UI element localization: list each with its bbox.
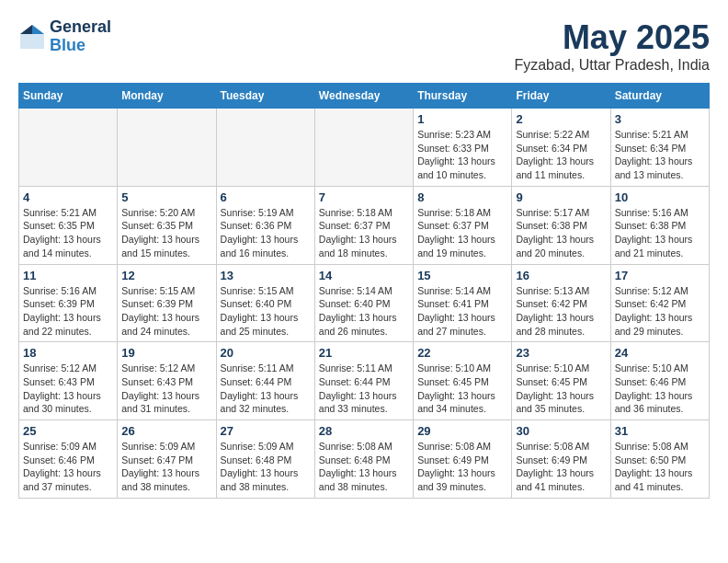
calendar-cell: 29Sunrise: 5:08 AM Sunset: 6:49 PM Dayli… [414, 420, 512, 499]
day-number: 4 [23, 190, 113, 204]
day-info: Sunrise: 5:15 AM Sunset: 6:39 PM Dayligh… [121, 284, 211, 339]
calendar-cell: 1Sunrise: 5:23 AM Sunset: 6:33 PM Daylig… [414, 109, 512, 187]
calendar-cell: 8Sunrise: 5:18 AM Sunset: 6:37 PM Daylig… [414, 186, 512, 264]
logo-blue: Blue [50, 37, 111, 55]
calendar-cell: 28Sunrise: 5:08 AM Sunset: 6:48 PM Dayli… [314, 420, 413, 499]
calendar-cell: 24Sunrise: 5:10 AM Sunset: 6:46 PM Dayli… [610, 342, 709, 420]
calendar-week-row-4: 18Sunrise: 5:12 AM Sunset: 6:43 PM Dayli… [19, 342, 710, 420]
calendar-table: Sunday Monday Tuesday Wednesday Thursday… [18, 83, 710, 499]
day-number: 16 [516, 269, 606, 282]
location-title: Fyzabad, Uttar Pradesh, India [514, 57, 710, 74]
day-number: 2 [516, 112, 606, 126]
calendar-cell: 18Sunrise: 5:12 AM Sunset: 6:43 PM Dayli… [19, 342, 118, 420]
calendar-week-row-2: 4Sunrise: 5:21 AM Sunset: 6:35 PM Daylig… [19, 186, 710, 264]
calendar-cell: 7Sunrise: 5:18 AM Sunset: 6:37 PM Daylig… [314, 186, 413, 264]
day-info: Sunrise: 5:15 AM Sunset: 6:40 PM Dayligh… [221, 284, 311, 339]
day-info: Sunrise: 5:08 AM Sunset: 6:50 PM Dayligh… [615, 440, 705, 494]
day-info: Sunrise: 5:20 AM Sunset: 6:35 PM Dayligh… [121, 206, 211, 260]
day-number: 18 [23, 346, 113, 360]
calendar-cell: 10Sunrise: 5:16 AM Sunset: 6:38 PM Dayli… [610, 186, 709, 264]
calendar-cell: 14Sunrise: 5:14 AM Sunset: 6:40 PM Dayli… [314, 264, 413, 342]
day-number: 15 [417, 269, 507, 282]
day-number: 27 [221, 424, 311, 438]
svg-marker-2 [20, 25, 32, 34]
day-number: 11 [23, 269, 113, 282]
header-thursday: Thursday [414, 84, 512, 109]
calendar-header-row: Sunday Monday Tuesday Wednesday Thursday… [19, 84, 710, 109]
page-header: General Blue May 2025 Fyzabad, Uttar Pra… [18, 18, 710, 74]
day-info: Sunrise: 5:16 AM Sunset: 6:39 PM Dayligh… [23, 284, 113, 339]
day-number: 30 [516, 424, 606, 438]
day-number: 13 [221, 269, 311, 282]
day-info: Sunrise: 5:08 AM Sunset: 6:49 PM Dayligh… [516, 440, 606, 494]
day-number: 10 [615, 190, 705, 204]
calendar-cell: 17Sunrise: 5:12 AM Sunset: 6:42 PM Dayli… [610, 264, 709, 342]
calendar-cell: 25Sunrise: 5:09 AM Sunset: 6:46 PM Dayli… [19, 420, 118, 499]
day-info: Sunrise: 5:14 AM Sunset: 6:40 PM Dayligh… [319, 284, 409, 339]
day-number: 6 [221, 190, 311, 204]
day-info: Sunrise: 5:22 AM Sunset: 6:34 PM Dayligh… [516, 128, 606, 182]
header-monday: Monday [118, 84, 216, 109]
day-number: 3 [615, 112, 705, 126]
calendar-cell: 15Sunrise: 5:14 AM Sunset: 6:41 PM Dayli… [414, 264, 512, 342]
day-info: Sunrise: 5:12 AM Sunset: 6:42 PM Dayligh… [615, 284, 705, 339]
calendar-cell: 19Sunrise: 5:12 AM Sunset: 6:43 PM Dayli… [118, 342, 216, 420]
logo: General Blue [18, 18, 111, 55]
day-number: 26 [121, 424, 211, 438]
header-sunday: Sunday [19, 84, 118, 109]
day-info: Sunrise: 5:09 AM Sunset: 6:48 PM Dayligh… [221, 440, 311, 494]
svg-marker-1 [32, 25, 44, 34]
logo-text: General Blue [50, 18, 111, 55]
day-number: 25 [23, 424, 113, 438]
day-number: 20 [221, 346, 311, 360]
day-number: 19 [121, 346, 211, 360]
title-block: May 2025 Fyzabad, Uttar Pradesh, India [514, 18, 710, 74]
day-info: Sunrise: 5:10 AM Sunset: 6:45 PM Dayligh… [516, 362, 606, 416]
day-info: Sunrise: 5:12 AM Sunset: 6:43 PM Dayligh… [23, 362, 113, 416]
calendar-cell: 23Sunrise: 5:10 AM Sunset: 6:45 PM Dayli… [512, 342, 610, 420]
header-tuesday: Tuesday [216, 84, 314, 109]
calendar-week-row-5: 25Sunrise: 5:09 AM Sunset: 6:46 PM Dayli… [19, 420, 710, 499]
day-info: Sunrise: 5:18 AM Sunset: 6:37 PM Dayligh… [319, 206, 409, 260]
logo-general: General [50, 18, 111, 37]
day-info: Sunrise: 5:09 AM Sunset: 6:47 PM Dayligh… [121, 440, 211, 494]
day-number: 17 [615, 269, 705, 282]
day-number: 21 [319, 346, 409, 360]
calendar-cell: 13Sunrise: 5:15 AM Sunset: 6:40 PM Dayli… [216, 264, 314, 342]
calendar-cell [118, 109, 216, 187]
calendar-cell: 6Sunrise: 5:19 AM Sunset: 6:36 PM Daylig… [216, 186, 314, 264]
day-info: Sunrise: 5:08 AM Sunset: 6:49 PM Dayligh… [417, 440, 507, 494]
day-info: Sunrise: 5:18 AM Sunset: 6:37 PM Dayligh… [417, 206, 507, 260]
day-info: Sunrise: 5:12 AM Sunset: 6:43 PM Dayligh… [121, 362, 211, 416]
day-number: 23 [516, 346, 606, 360]
month-title: May 2025 [514, 18, 710, 57]
calendar-cell [314, 109, 413, 187]
day-info: Sunrise: 5:11 AM Sunset: 6:44 PM Dayligh… [319, 362, 409, 416]
day-number: 7 [319, 190, 409, 204]
day-number: 5 [121, 190, 211, 204]
calendar-cell: 4Sunrise: 5:21 AM Sunset: 6:35 PM Daylig… [19, 186, 118, 264]
day-info: Sunrise: 5:13 AM Sunset: 6:42 PM Dayligh… [516, 284, 606, 339]
day-info: Sunrise: 5:14 AM Sunset: 6:41 PM Dayligh… [417, 284, 507, 339]
calendar-cell: 3Sunrise: 5:21 AM Sunset: 6:34 PM Daylig… [610, 109, 709, 187]
calendar-cell: 22Sunrise: 5:10 AM Sunset: 6:45 PM Dayli… [414, 342, 512, 420]
day-info: Sunrise: 5:21 AM Sunset: 6:34 PM Dayligh… [615, 128, 705, 182]
calendar-cell: 26Sunrise: 5:09 AM Sunset: 6:47 PM Dayli… [118, 420, 216, 499]
day-info: Sunrise: 5:10 AM Sunset: 6:45 PM Dayligh… [417, 362, 507, 416]
day-info: Sunrise: 5:11 AM Sunset: 6:44 PM Dayligh… [221, 362, 311, 416]
header-friday: Friday [512, 84, 610, 109]
calendar-cell: 31Sunrise: 5:08 AM Sunset: 6:50 PM Dayli… [610, 420, 709, 499]
calendar-cell: 5Sunrise: 5:20 AM Sunset: 6:35 PM Daylig… [118, 186, 216, 264]
calendar-cell: 30Sunrise: 5:08 AM Sunset: 6:49 PM Dayli… [512, 420, 610, 499]
calendar-cell [19, 109, 118, 187]
calendar-cell: 12Sunrise: 5:15 AM Sunset: 6:39 PM Dayli… [118, 264, 216, 342]
day-number: 28 [319, 424, 409, 438]
calendar-cell: 9Sunrise: 5:17 AM Sunset: 6:38 PM Daylig… [512, 186, 610, 264]
day-info: Sunrise: 5:21 AM Sunset: 6:35 PM Dayligh… [23, 206, 113, 260]
logo-icon [18, 23, 46, 51]
day-number: 12 [121, 269, 211, 282]
day-info: Sunrise: 5:09 AM Sunset: 6:46 PM Dayligh… [23, 440, 113, 494]
day-number: 29 [417, 424, 507, 438]
calendar-cell: 16Sunrise: 5:13 AM Sunset: 6:42 PM Dayli… [512, 264, 610, 342]
day-number: 22 [417, 346, 507, 360]
